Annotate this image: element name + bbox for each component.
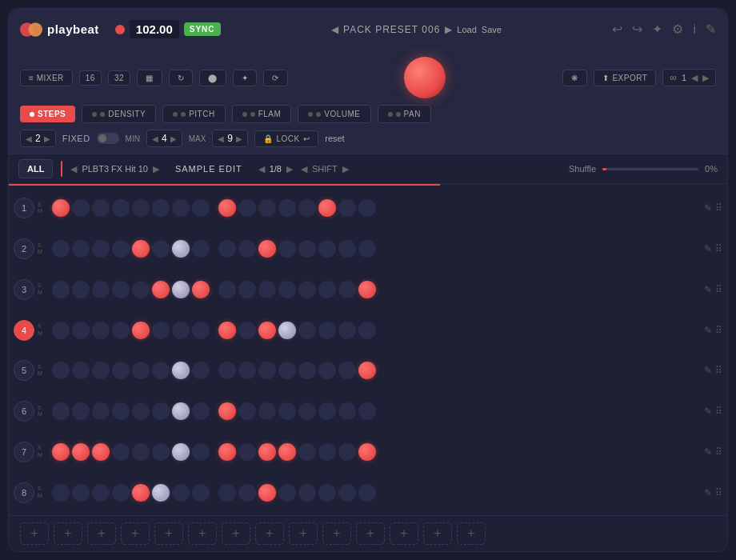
cell-r2-c11[interactable]: [258, 240, 276, 258]
stop-icon-button[interactable]: ⬤: [199, 70, 226, 86]
cell-r8-c16[interactable]: [358, 484, 376, 502]
cell-r1-c3[interactable]: [92, 199, 110, 217]
cell-r7-c9[interactable]: [218, 443, 236, 461]
volume-button[interactable]: VOLUME: [298, 105, 370, 123]
sample-edit-label[interactable]: SAMPLE EDIT: [167, 164, 250, 174]
row-edit-icon-3[interactable]: ✎: [704, 284, 712, 295]
add-track-button-8[interactable]: +: [255, 522, 284, 545]
cell-r2-c15[interactable]: [338, 240, 356, 258]
cell-r7-c2[interactable]: [72, 443, 90, 461]
cell-r4-c14[interactable]: [318, 322, 336, 339]
cell-r8-c11[interactable]: [258, 484, 276, 502]
add-track-button-2[interactable]: +: [54, 522, 82, 545]
row-solo-4[interactable]: S: [38, 323, 49, 330]
cell-r2-c10[interactable]: [238, 240, 256, 258]
cell-r7-c3[interactable]: [92, 443, 110, 461]
add-track-button-11[interactable]: +: [356, 522, 385, 545]
row-edit-icon-7[interactable]: ✎: [704, 446, 712, 458]
settings-button[interactable]: ⚙: [672, 22, 683, 37]
cell-r7-c16[interactable]: [358, 443, 376, 461]
shift-next-button[interactable]: ▶: [342, 164, 349, 174]
row-mute-7[interactable]: M: [38, 452, 49, 458]
add-track-button-12[interactable]: +: [390, 522, 418, 545]
sample-prev-button[interactable]: ◀: [70, 164, 77, 174]
cell-r1-c8[interactable]: [192, 199, 210, 217]
cell-r2-c1[interactable]: [52, 240, 70, 258]
row-solo-3[interactable]: S: [38, 282, 49, 289]
cell-r3-c13[interactable]: [298, 281, 316, 298]
cell-r2-c16[interactable]: [358, 240, 376, 258]
row-drag-icon-8[interactable]: ⠿: [715, 487, 722, 498]
row-drag-icon-5[interactable]: ⠿: [715, 365, 722, 376]
loop-prev[interactable]: ◀: [691, 73, 698, 83]
row-drag-icon-7[interactable]: ⠿: [715, 446, 722, 458]
add-track-button-7[interactable]: +: [222, 522, 250, 545]
cell-r4-c5[interactable]: [132, 322, 150, 339]
min-prev-button[interactable]: ◀: [152, 134, 158, 143]
cell-r6-c2[interactable]: [72, 402, 90, 420]
density-button[interactable]: DENSITY: [82, 105, 156, 123]
loop-next[interactable]: ▶: [702, 73, 709, 83]
cell-r4-c15[interactable]: [338, 322, 356, 339]
add-track-button-5[interactable]: +: [154, 522, 183, 545]
cell-r2-c14[interactable]: [318, 240, 336, 258]
cell-r3-c11[interactable]: [258, 281, 276, 298]
save-button[interactable]: Save: [482, 25, 502, 34]
division-next-button[interactable]: ▶: [286, 164, 293, 174]
cell-r8-c12[interactable]: [278, 484, 296, 502]
row-edit-icon-1[interactable]: ✎: [704, 202, 712, 214]
row-drag-icon-3[interactable]: ⠿: [715, 284, 722, 295]
cell-r5-c6[interactable]: [152, 362, 170, 379]
star-icon-button[interactable]: ✦: [233, 70, 258, 86]
pattern-icon-button[interactable]: ▦: [137, 70, 162, 86]
cell-r8-c13[interactable]: [298, 484, 316, 502]
pan-button[interactable]: PAN: [378, 105, 431, 123]
cell-r7-c7[interactable]: [172, 443, 190, 461]
cell-r1-c6[interactable]: [152, 199, 170, 217]
cell-r2-c4[interactable]: [112, 240, 130, 258]
preset-prev-button[interactable]: ◀: [331, 24, 338, 35]
cell-r8-c2[interactable]: [72, 484, 90, 502]
cell-r8-c9[interactable]: [218, 484, 236, 502]
row-drag-icon-4[interactable]: ⠿: [715, 325, 722, 336]
cell-r4-c2[interactable]: [72, 322, 90, 339]
reset-button[interactable]: reset: [325, 134, 344, 143]
steps-button[interactable]: STEPS: [20, 106, 75, 122]
max-next-button[interactable]: ▶: [236, 134, 242, 143]
cell-r1-c14[interactable]: [318, 199, 336, 217]
cell-r3-c7[interactable]: [172, 281, 190, 298]
row-mute-5[interactable]: M: [38, 370, 49, 377]
cell-r7-c10[interactable]: [238, 443, 256, 461]
cell-r2-c7[interactable]: [172, 240, 190, 258]
cell-r8-c1[interactable]: [52, 484, 70, 502]
cell-r3-c4[interactable]: [112, 281, 130, 298]
step32-button[interactable]: 32: [108, 70, 130, 86]
cell-r3-c10[interactable]: [238, 281, 256, 298]
row-solo-5[interactable]: S: [38, 364, 49, 370]
all-button[interactable]: ALL: [18, 159, 53, 178]
row-solo-6[interactable]: S: [38, 405, 49, 411]
cell-r6-c6[interactable]: [152, 402, 170, 420]
cell-r1-c13[interactable]: [298, 199, 316, 217]
cell-r7-c6[interactable]: [152, 443, 170, 461]
random-icon-button[interactable]: ⟳: [263, 70, 288, 86]
cell-r2-c12[interactable]: [278, 240, 296, 258]
max-stepper[interactable]: ◀ 9 ▶: [212, 130, 248, 147]
step16-button[interactable]: 16: [79, 70, 102, 86]
cell-r3-c14[interactable]: [318, 281, 336, 298]
cell-r1-c9[interactable]: [218, 199, 236, 217]
cell-r2-c2[interactable]: [72, 240, 90, 258]
add-track-button-6[interactable]: +: [188, 522, 217, 545]
info-button[interactable]: i: [693, 22, 696, 37]
sync-button[interactable]: SYNC: [184, 22, 221, 36]
main-knob[interactable]: [404, 57, 446, 98]
add-track-button-1[interactable]: +: [20, 522, 49, 545]
row-number-3[interactable]: 3: [14, 279, 34, 300]
cell-r4-c6[interactable]: [152, 322, 170, 339]
cell-r6-c8[interactable]: [192, 402, 210, 420]
cell-r8-c3[interactable]: [92, 484, 110, 502]
cell-r2-c3[interactable]: [92, 240, 110, 258]
cell-r5-c3[interactable]: [92, 362, 110, 379]
row-edit-icon-8[interactable]: ✎: [704, 487, 712, 498]
cell-r7-c12[interactable]: [278, 443, 296, 461]
